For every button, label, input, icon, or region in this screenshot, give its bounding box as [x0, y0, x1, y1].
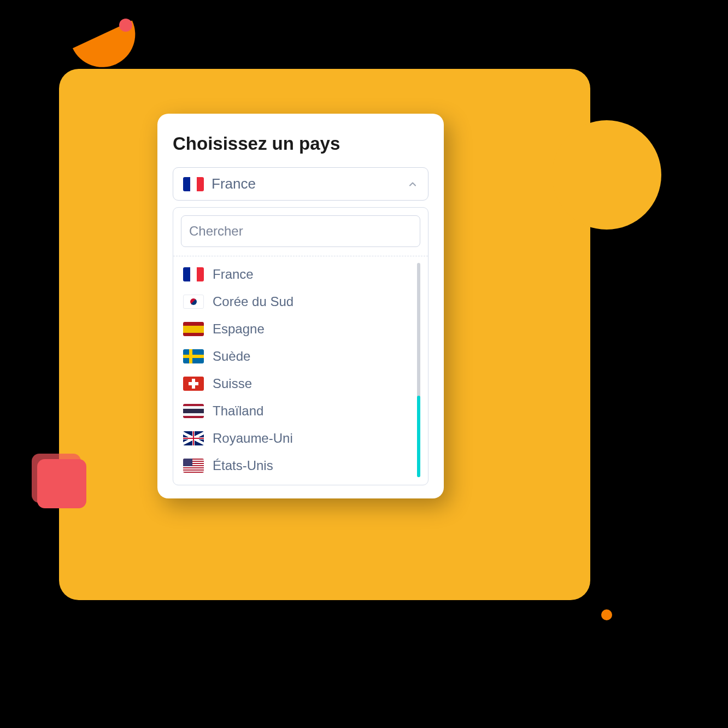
- option-label: Suisse: [213, 376, 252, 391]
- flag-france-icon: [183, 267, 204, 281]
- divider: [173, 256, 428, 256]
- search-input[interactable]: [181, 215, 420, 247]
- option-label: France: [213, 267, 254, 282]
- selected-country-label: France: [212, 175, 407, 192]
- country-select[interactable]: France: [173, 167, 428, 201]
- option-thailand[interactable]: Thaïland: [181, 397, 413, 425]
- option-united-kingdom[interactable]: Royaume-Uni: [181, 425, 413, 452]
- decorative-dot-orange: [601, 609, 612, 620]
- decorative-square-red-front: [37, 459, 86, 508]
- flag-thailand-icon: [183, 404, 204, 418]
- flag-france-icon: [183, 177, 204, 191]
- decorative-circle: [552, 120, 661, 230]
- option-label: Thaïland: [213, 403, 263, 419]
- option-label: Royaume-Uni: [213, 431, 293, 446]
- option-label: Suède: [213, 349, 250, 364]
- option-label: Corée du Sud: [213, 294, 293, 309]
- option-switzerland[interactable]: Suisse: [181, 370, 413, 397]
- option-sweden[interactable]: Suède: [181, 343, 413, 370]
- scrollbar-thumb[interactable]: [417, 396, 420, 477]
- flag-spain-icon: [183, 322, 204, 336]
- options-list: France Corée du Sud Espagne Suède Suisse: [181, 261, 417, 479]
- chevron-up-icon: [407, 179, 418, 190]
- scrollbar-track[interactable]: [417, 263, 420, 477]
- option-south-korea[interactable]: Corée du Sud: [181, 288, 413, 315]
- card-title: Choisissez un pays: [173, 133, 428, 154]
- decorative-dot-pink: [119, 19, 132, 32]
- option-spain[interactable]: Espagne: [181, 315, 413, 343]
- option-united-states[interactable]: États-Unis: [181, 452, 413, 479]
- option-label: États-Unis: [213, 458, 273, 473]
- flag-united-states-icon: [183, 459, 204, 473]
- option-france[interactable]: France: [181, 261, 413, 288]
- flag-switzerland-icon: [183, 377, 204, 391]
- country-picker-card: Choisissez un pays France France Corée d…: [157, 114, 444, 498]
- option-label: Espagne: [213, 321, 265, 337]
- flag-sweden-icon: [183, 349, 204, 363]
- flag-united-kingdom-icon: [183, 431, 204, 445]
- dropdown-panel: France Corée du Sud Espagne Suède Suisse: [173, 207, 428, 485]
- flag-south-korea-icon: [183, 295, 204, 309]
